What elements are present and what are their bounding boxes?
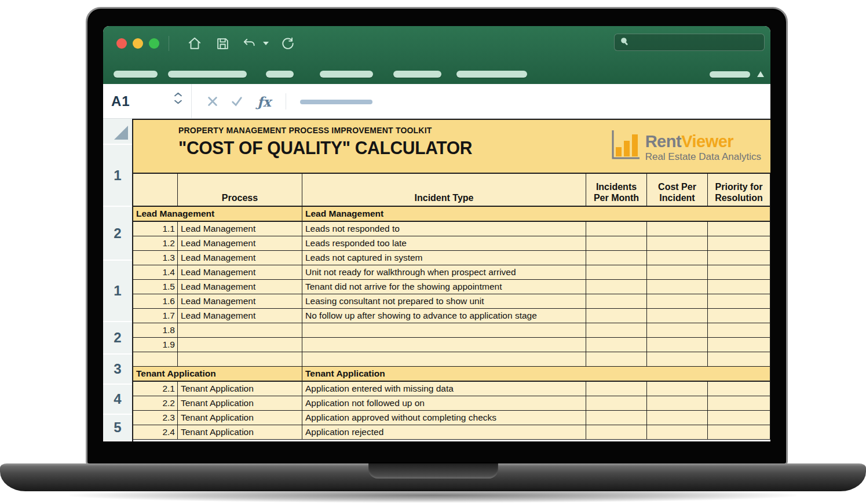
cell-incident[interactable]: Application entered with missing data	[302, 382, 586, 396]
cell-cost-per-incident[interactable]	[647, 382, 708, 396]
cell-incidents-per-month[interactable]	[586, 323, 647, 338]
cell-cost-per-incident[interactable]	[647, 338, 708, 352]
column-header[interactable]	[133, 174, 178, 207]
cell-process[interactable]: Lead Management	[178, 236, 302, 251]
cell-priority[interactable]	[708, 222, 770, 236]
row-header[interactable]: 1	[103, 261, 132, 321]
cell-cost-per-incident[interactable]	[647, 294, 708, 309]
cell-incident[interactable]	[302, 338, 586, 352]
cell-id[interactable]: 2.4	[133, 425, 178, 440]
cell-incident[interactable]: Application not followed up on	[302, 396, 586, 411]
cell-priority[interactable]	[708, 294, 770, 309]
row-header[interactable]: 4	[103, 385, 132, 414]
row-header[interactable]: 2	[103, 207, 132, 260]
cell-id[interactable]: 2.3	[133, 411, 178, 425]
row-header[interactable]: 3	[103, 355, 132, 384]
cell-incidents-per-month[interactable]	[586, 382, 647, 396]
cell-id[interactable]: 1.2	[133, 236, 178, 251]
cell-incidents-per-month[interactable]	[586, 338, 647, 352]
cell-incidents-per-month[interactable]	[586, 251, 647, 265]
menu-tab-placeholder[interactable]	[320, 71, 373, 78]
cell-incidents-per-month[interactable]	[586, 396, 647, 411]
cell-id[interactable]: 1.6	[133, 294, 178, 309]
cell-id[interactable]: 1.8	[133, 323, 178, 338]
cell-priority[interactable]	[708, 352, 770, 367]
cell-cost-per-incident[interactable]	[647, 411, 708, 425]
cell-cost-per-incident[interactable]	[647, 396, 708, 411]
section-header-incident[interactable]: Lead Management	[302, 207, 770, 222]
cell-process[interactable]: Tenant Application	[178, 411, 302, 425]
cell-process[interactable]: Lead Management	[178, 222, 302, 236]
section-header-incident[interactable]: Tenant Application	[302, 367, 770, 382]
collapse-ribbon-icon[interactable]	[757, 71, 764, 77]
cell-incidents-per-month[interactable]	[586, 222, 647, 236]
cell-cost-per-incident[interactable]	[647, 251, 708, 265]
column-header[interactable]: Incidents Per Month	[586, 174, 647, 207]
cell-priority[interactable]	[708, 425, 770, 440]
cell-priority[interactable]	[708, 280, 770, 294]
menu-tab-placeholder[interactable]	[168, 71, 247, 78]
cell-priority[interactable]	[708, 338, 770, 352]
cell-incidents-per-month[interactable]	[586, 352, 647, 367]
cell-priority[interactable]	[708, 411, 770, 425]
insert-function-icon[interactable]: ƒx	[253, 92, 276, 111]
cell-id[interactable]: 1.1	[133, 222, 178, 236]
cell-incident[interactable]: No follow up after showing to advance to…	[302, 309, 586, 323]
row-header[interactable]: 5	[103, 415, 132, 440]
cell-priority[interactable]	[708, 251, 770, 265]
row-header[interactable]: 1	[103, 145, 132, 206]
cell-incident[interactable]: Unit not ready for walkthrough when pros…	[302, 265, 586, 280]
section-header-process[interactable]: Tenant Application	[133, 367, 302, 382]
cell-incidents-per-month[interactable]	[586, 280, 647, 294]
cell-process[interactable]	[178, 352, 302, 367]
cancel-entry-icon[interactable]	[203, 92, 222, 111]
cell-cost-per-incident[interactable]	[647, 309, 708, 323]
cell-cost-per-incident[interactable]	[647, 425, 708, 440]
cell-incident[interactable]	[302, 323, 586, 338]
cell-cost-per-incident[interactable]	[647, 265, 708, 280]
cell-process[interactable]: Tenant Application	[178, 425, 302, 440]
cell-priority[interactable]	[708, 382, 770, 396]
cell-process[interactable]: Lead Management	[178, 265, 302, 280]
cell-incident[interactable]: Application approved without completing …	[302, 411, 586, 425]
cell-cost-per-incident[interactable]	[647, 352, 708, 367]
cell-incidents-per-month[interactable]	[586, 411, 647, 425]
cell-incident[interactable]: Leads responded too late	[302, 236, 586, 251]
cell-id[interactable]: 2.1	[133, 382, 178, 396]
cell-cost-per-incident[interactable]	[647, 323, 708, 338]
cell-id[interactable]: 1.5	[133, 280, 178, 294]
cell-incidents-per-month[interactable]	[586, 309, 647, 323]
cell-id[interactable]: 1.9	[133, 338, 178, 352]
cell-cost-per-incident[interactable]	[647, 280, 708, 294]
cell-process[interactable]: Tenant Application	[178, 396, 302, 411]
menu-tab-placeholder-right[interactable]	[710, 71, 750, 78]
menu-tab-placeholder[interactable]	[456, 71, 527, 78]
cell-cost-per-incident[interactable]	[647, 236, 708, 251]
cell-cost-per-incident[interactable]	[647, 222, 708, 236]
cell-process[interactable]: Tenant Application	[178, 382, 302, 396]
cell-id[interactable]	[133, 352, 178, 367]
cell-incidents-per-month[interactable]	[586, 265, 647, 280]
confirm-entry-icon[interactable]	[227, 92, 247, 111]
column-header[interactable]: Process	[178, 174, 302, 207]
name-box[interactable]: A1	[111, 84, 130, 118]
cell-incident[interactable]	[302, 352, 586, 367]
cell-id[interactable]: 1.3	[133, 251, 178, 265]
cell-incident[interactable]: Tenant did not arrive for the showing ap…	[302, 280, 586, 294]
name-box-spinner[interactable]	[174, 92, 182, 104]
cell-incident[interactable]: Leasing consultant not prepared to show …	[302, 294, 586, 309]
cell-incident[interactable]: Application rejected	[302, 425, 586, 440]
cell-priority[interactable]	[708, 396, 770, 411]
formula-content-placeholder[interactable]	[300, 100, 372, 104]
cell-incident[interactable]: Leads not responded to	[302, 222, 586, 236]
cell-id[interactable]: 1.7	[133, 309, 178, 323]
select-all-cell[interactable]	[103, 119, 132, 144]
cell-incidents-per-month[interactable]	[586, 425, 647, 440]
cell-id[interactable]: 2.2	[133, 396, 178, 411]
menu-tab-placeholder[interactable]	[393, 71, 441, 78]
section-header-process[interactable]: Lead Management	[133, 207, 302, 222]
cell-incidents-per-month[interactable]	[586, 294, 647, 309]
column-header[interactable]: Cost Per Incident	[647, 174, 708, 207]
cell-incidents-per-month[interactable]	[586, 236, 647, 251]
cell-id[interactable]: 1.4	[133, 265, 178, 280]
